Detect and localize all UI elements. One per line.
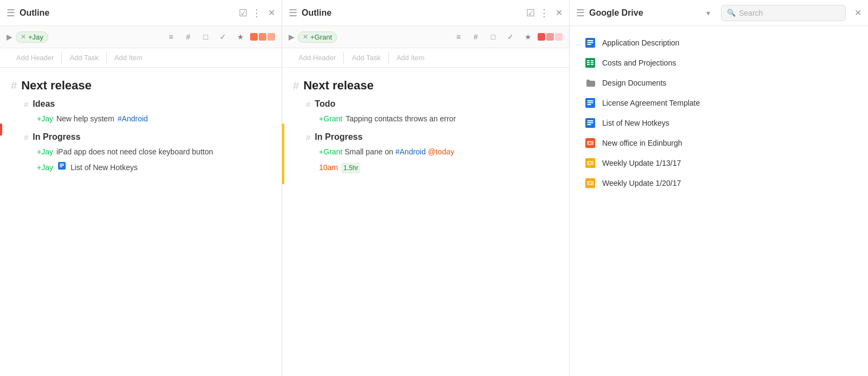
color-dot-lightred[interactable] bbox=[546, 33, 554, 41]
search-box[interactable]: 🔍 bbox=[721, 5, 846, 21]
add-task-button[interactable]: Add Task bbox=[62, 51, 106, 64]
todo-title: Todo bbox=[315, 99, 335, 109]
square-icon-2[interactable]: □ bbox=[486, 29, 501, 44]
add-header-button-2[interactable]: Add Header bbox=[291, 51, 344, 64]
check-icon-2[interactable]: ✓ bbox=[503, 29, 518, 44]
svg-rect-1 bbox=[60, 164, 64, 165]
pane2-section-header: # Next release bbox=[293, 79, 558, 93]
inprogress-hash-2: # bbox=[306, 133, 310, 142]
svg-rect-5 bbox=[588, 40, 593, 41]
search-icon: 🔍 bbox=[727, 9, 736, 17]
pane2-toolbar: Add Header Add Task Add Item bbox=[282, 48, 569, 68]
pane1-tag-bar: ▶ ✕ +Jay ≡ # □ ✓ ★ bbox=[0, 26, 282, 48]
close-button[interactable]: ✕ bbox=[268, 8, 275, 18]
svg-rect-18 bbox=[588, 104, 591, 105]
task-text-contacts: Tapping contacts throws an error bbox=[346, 113, 456, 125]
grant-tag-chip[interactable]: ✕ +Grant bbox=[298, 31, 337, 43]
pane1-section-header: # Next release bbox=[11, 79, 271, 93]
inprogress-hash: # bbox=[24, 133, 28, 142]
todo-header: # Todo bbox=[306, 99, 558, 109]
pane2-section-title: Next release bbox=[303, 79, 374, 93]
more-icon-2[interactable]: ⋮ bbox=[539, 7, 549, 19]
middle-accent-bar bbox=[282, 124, 284, 184]
pane1-header: ☰ Outline ☑ ⋮ ✕ bbox=[0, 0, 282, 26]
slide-icon-6 bbox=[585, 158, 596, 168]
svg-rect-7 bbox=[588, 44, 591, 45]
drive-item-0[interactable]: Application Description bbox=[574, 33, 864, 53]
tag-actions: ≡ # □ ✓ ★ bbox=[163, 29, 275, 44]
drive-item-2[interactable]: Design Documents bbox=[574, 73, 864, 93]
ideas-hash: # bbox=[24, 100, 28, 109]
hamburger-icon-2[interactable]: ☰ bbox=[289, 7, 297, 19]
pane1-content: # Next release # Ideas +Jay New help sys… bbox=[0, 68, 282, 376]
today-tag: @today bbox=[428, 146, 454, 158]
drive-item-name-6: Weekly Update 1/13/17 bbox=[602, 159, 681, 167]
add-task-button-2[interactable]: Add Task bbox=[344, 51, 388, 64]
pane-middle: ☰ Outline ☑ ⋮ ✕ ▶ ✕ +Grant ≡ # □ ✓ ★ Add… bbox=[282, 0, 570, 376]
close-button-2[interactable]: ✕ bbox=[556, 8, 563, 18]
add-item-button[interactable]: Add Item bbox=[107, 51, 150, 64]
section-hash: # bbox=[11, 80, 17, 92]
color-dots bbox=[250, 33, 275, 41]
inprogress-title-2: In Progress bbox=[315, 132, 362, 142]
more-icon[interactable]: ⋮ bbox=[252, 7, 261, 19]
drive-item-name-2: Design Documents bbox=[602, 79, 666, 87]
close-button-3[interactable]: ✕ bbox=[854, 8, 861, 18]
star-icon[interactable]: ★ bbox=[233, 29, 248, 44]
color-dot-orange[interactable] bbox=[250, 33, 258, 41]
task-item-pane: +Grant Small pane on #Android @today 10a… bbox=[319, 146, 558, 173]
chevron-down-icon[interactable]: ▾ bbox=[706, 9, 710, 17]
list-icon[interactable]: ≡ bbox=[163, 29, 178, 44]
add-header-button[interactable]: Add Header bbox=[9, 51, 62, 64]
todo-hash: # bbox=[306, 100, 310, 109]
expand-icon[interactable]: ▶ bbox=[7, 33, 12, 41]
tag-text: +Jay bbox=[28, 33, 43, 41]
jay-tag-chip[interactable]: ✕ +Jay bbox=[16, 31, 48, 43]
svg-rect-17 bbox=[588, 102, 593, 103]
hamburger-icon[interactable]: ☰ bbox=[7, 7, 15, 19]
drive-item-6[interactable]: Weekly Update 1/13/17 bbox=[574, 153, 864, 173]
hamburger-icon-3[interactable]: ☰ bbox=[576, 7, 585, 19]
square-icon[interactable]: □ bbox=[198, 29, 213, 44]
inprogress-subsection-2: # In Progress +Grant Small pane on #Andr… bbox=[306, 132, 558, 173]
search-input[interactable] bbox=[739, 9, 840, 17]
hash-icon-2[interactable]: # bbox=[468, 29, 483, 44]
color-dot-peach[interactable] bbox=[267, 33, 275, 41]
slide-icon-5 bbox=[585, 138, 596, 148]
svg-rect-20 bbox=[588, 120, 593, 121]
doc-icon-inline bbox=[58, 162, 66, 170]
tag-actions-2: ≡ # □ ✓ ★ bbox=[451, 29, 563, 44]
check-icon[interactable]: ✓ bbox=[215, 29, 231, 44]
slide-icon-7 bbox=[585, 178, 596, 189]
svg-rect-6 bbox=[588, 42, 593, 43]
grant-tag-text: +Grant bbox=[310, 33, 332, 41]
drive-item-1[interactable]: Costs and Projections bbox=[574, 53, 864, 73]
color-dot-lightorange[interactable] bbox=[259, 33, 266, 41]
ideas-subsection: # Ideas +Jay New help system #Android bbox=[24, 99, 271, 125]
android-hashtag: #Android bbox=[118, 113, 148, 125]
task-line-1: +Grant Small pane on #Android @today bbox=[319, 146, 454, 158]
doc-icon-4 bbox=[585, 118, 596, 128]
drive-item-5[interactable]: New office in Edinburgh bbox=[574, 133, 864, 153]
checkmark-icon-2[interactable]: ☑ bbox=[526, 7, 535, 19]
color-dot-red[interactable] bbox=[538, 33, 545, 41]
expand-icon-2[interactable]: ▶ bbox=[289, 33, 295, 41]
task-line-2: 10am 1.5hr bbox=[319, 162, 360, 173]
duration-tag: 1.5hr bbox=[341, 163, 360, 173]
checkmark-icon[interactable]: ☑ bbox=[239, 7, 247, 19]
tag-close-icon-2[interactable]: ✕ bbox=[303, 33, 308, 41]
drive-item-7[interactable]: Weekly Update 1/20/17 bbox=[574, 173, 864, 193]
add-item-button-2[interactable]: Add Item bbox=[389, 51, 432, 64]
list-icon-2[interactable]: ≡ bbox=[451, 29, 466, 44]
star-icon-2[interactable]: ★ bbox=[520, 29, 535, 44]
svg-rect-12 bbox=[591, 62, 593, 63]
color-dot-pink[interactable] bbox=[555, 33, 563, 41]
hash-icon[interactable]: # bbox=[181, 29, 196, 44]
ideas-header: # Ideas bbox=[24, 99, 271, 109]
doc-icon-3 bbox=[585, 98, 596, 108]
drive-item-3[interactable]: License Agreement Template bbox=[574, 93, 864, 113]
tag-close-icon[interactable]: ✕ bbox=[21, 33, 26, 41]
drive-item-4[interactable]: List of New Hotkeys bbox=[574, 113, 864, 133]
inprogress-header-2: # In Progress bbox=[306, 132, 558, 142]
svg-rect-21 bbox=[588, 122, 593, 124]
